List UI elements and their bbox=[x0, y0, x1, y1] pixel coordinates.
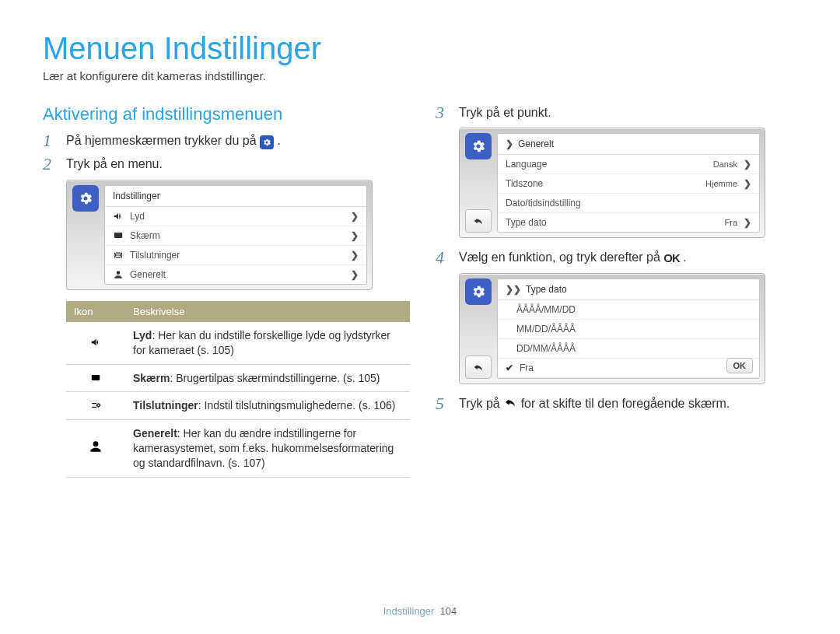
date-type-screenshot: ❯❯ Type dato ÅÅÅÅ/MM/DD MM/DD/ÅÅÅÅ DD/MM… bbox=[459, 273, 765, 384]
step-text: Tryk på en menu. bbox=[66, 156, 163, 173]
chevron-right-icon: ❯ bbox=[351, 250, 359, 261]
footer-section: Indstillinger bbox=[383, 605, 435, 617]
menu-item-label: Language bbox=[506, 159, 707, 170]
row-title: Tilslutninger bbox=[133, 399, 198, 412]
menu-item-value: Dansk bbox=[713, 159, 737, 169]
menu-item-label: Tilslutninger bbox=[130, 250, 345, 261]
sound-icon bbox=[113, 211, 124, 222]
page-title: Menuen Indstillinger bbox=[43, 31, 797, 66]
step-number: 4 bbox=[436, 249, 451, 266]
menu-item-date-type[interactable]: Type dato Fra ❯ bbox=[498, 213, 759, 232]
menu-item-timezone[interactable]: Tidszone Hjemme ❯ bbox=[498, 174, 759, 194]
chevron-right-icon: ❯ bbox=[506, 138, 513, 149]
chevron-right-icon: ❯ bbox=[351, 211, 359, 222]
row-desc: : Indstil tilslutningsmulighederne. (s. … bbox=[198, 399, 396, 412]
menu-item-screen[interactable]: Skærm ❯ bbox=[105, 226, 366, 246]
option-label: MM/DD/ÅÅÅÅ bbox=[506, 324, 751, 335]
step-text-part: Tryk på bbox=[459, 397, 503, 410]
general-icon bbox=[66, 420, 125, 478]
menu-item-general[interactable]: Generelt ❯ bbox=[105, 265, 366, 284]
menu-item-label: Lyd bbox=[130, 211, 345, 222]
step-text: Tryk på for at skifte til den foregående… bbox=[459, 395, 730, 414]
section-heading: Aktivering af indstillingsmenuen bbox=[43, 104, 404, 124]
table-row: Tilslutninger: Indstil tilslutningsmulig… bbox=[66, 392, 410, 420]
menu-item-sound[interactable]: Lyd ❯ bbox=[105, 207, 366, 226]
menu-item-value: Hjemme bbox=[705, 179, 737, 188]
step-text-part: . bbox=[277, 134, 280, 147]
ok-icon: OK bbox=[663, 250, 680, 266]
back-button[interactable] bbox=[465, 356, 492, 379]
settings-menu-screenshot: Indstillinger Lyd ❯ Skærm ❯ bbox=[66, 180, 373, 290]
step-text: Vælg en funktion, og tryk derefter på OK… bbox=[459, 249, 687, 266]
step-text-part: . bbox=[683, 250, 686, 264]
svg-rect-1 bbox=[92, 374, 100, 380]
screen-icon bbox=[66, 364, 125, 392]
footer-page-number: 104 bbox=[440, 605, 457, 617]
settings-app-icon bbox=[260, 135, 274, 149]
row-desc: : Brugertilpas skærmindstillingerne. (s.… bbox=[170, 372, 380, 384]
gear-icon bbox=[465, 278, 492, 305]
screenshot-title: Indstillinger bbox=[105, 186, 366, 207]
step-number: 3 bbox=[436, 104, 451, 121]
screen-icon bbox=[113, 230, 124, 241]
table-row: Skærm: Brugertilpas skærmindstillingerne… bbox=[66, 364, 410, 392]
subtitle: Lær at konfigurere dit kameras indstilli… bbox=[43, 69, 797, 82]
step-text-part: for at skifte til den foregående skærm. bbox=[521, 397, 730, 410]
table-header-desc: Beskrivelse bbox=[125, 301, 410, 322]
menu-item-language[interactable]: Language Dansk ❯ bbox=[498, 155, 759, 174]
general-submenu-screenshot: ❯ Generelt Language Dansk ❯ Tidszone Hje… bbox=[459, 128, 765, 238]
date-option[interactable]: DD/MM/ÅÅÅÅ bbox=[498, 339, 759, 359]
chevron-right-icon: ❯ bbox=[351, 269, 359, 280]
back-icon bbox=[503, 395, 517, 414]
chevron-right-icon: ❯ bbox=[744, 159, 751, 170]
chevron-right-icon: ❯ bbox=[744, 178, 751, 189]
check-icon: ✔ bbox=[506, 363, 513, 373]
connections-icon bbox=[113, 250, 124, 261]
chevron-right-icon: ❯ bbox=[351, 230, 359, 241]
row-desc: : Her kan du indstille forskellige lyde … bbox=[133, 329, 390, 356]
step-number: 1 bbox=[43, 132, 58, 149]
row-title: Skærm bbox=[133, 372, 170, 384]
screenshot-title: ❯ Generelt bbox=[498, 134, 759, 155]
svg-rect-0 bbox=[114, 233, 123, 238]
general-icon bbox=[113, 269, 124, 280]
menu-item-connections[interactable]: Tilslutninger ❯ bbox=[105, 246, 366, 265]
sound-icon bbox=[66, 322, 125, 364]
double-chevron-icon: ❯❯ bbox=[506, 284, 521, 295]
menu-item-label: Type dato bbox=[506, 217, 719, 228]
row-title: Lyd bbox=[133, 329, 152, 342]
date-option[interactable]: MM/DD/ÅÅÅÅ bbox=[498, 320, 759, 339]
screenshot-title-text: Type dato bbox=[526, 284, 567, 295]
ok-button[interactable]: OK bbox=[726, 358, 754, 373]
connections-icon bbox=[66, 392, 125, 420]
step-number: 2 bbox=[43, 156, 58, 173]
option-label: Fra bbox=[520, 363, 751, 373]
table-row: Lyd: Her kan du indstille forskellige ly… bbox=[66, 322, 410, 364]
date-option-selected[interactable]: ✔ Fra bbox=[498, 359, 759, 378]
menu-item-label: Tidszone bbox=[506, 178, 699, 189]
menu-item-label: Skærm bbox=[130, 230, 345, 241]
menu-item-label: Dato/tidsindstilling bbox=[506, 198, 751, 208]
menu-item-label: Generelt bbox=[130, 269, 345, 280]
step-number: 5 bbox=[436, 395, 451, 412]
gear-icon bbox=[72, 185, 99, 212]
back-button[interactable] bbox=[465, 209, 492, 233]
step-text-part: På hjemmeskærmen trykker du på bbox=[66, 134, 260, 147]
date-option[interactable]: ÅÅÅÅ/MM/DD bbox=[498, 300, 759, 320]
option-label: ÅÅÅÅ/MM/DD bbox=[506, 304, 751, 315]
page-footer: Indstillinger 104 bbox=[0, 605, 840, 617]
gear-icon bbox=[465, 133, 492, 159]
row-title: Generelt bbox=[133, 427, 177, 440]
screenshot-title: ❯❯ Type dato bbox=[498, 279, 759, 300]
screenshot-title-text: Generelt bbox=[518, 138, 554, 149]
table-row: Generelt: Her kan du ændre indstillinger… bbox=[66, 420, 410, 478]
menu-item-datetime[interactable]: Dato/tidsindstilling bbox=[498, 194, 759, 213]
icon-description-table: Ikon Beskrivelse Lyd: Her kan du indstil… bbox=[66, 301, 410, 478]
chevron-right-icon: ❯ bbox=[744, 217, 751, 228]
step-text-part: Vælg en funktion, og tryk derefter på bbox=[459, 250, 663, 264]
table-header-icon: Ikon bbox=[66, 301, 125, 322]
step-text: På hjemmeskærmen trykker du på . bbox=[66, 132, 281, 149]
option-label: DD/MM/ÅÅÅÅ bbox=[506, 343, 751, 354]
step-text: Tryk på et punkt. bbox=[459, 104, 551, 121]
menu-item-value: Fra bbox=[725, 218, 738, 227]
